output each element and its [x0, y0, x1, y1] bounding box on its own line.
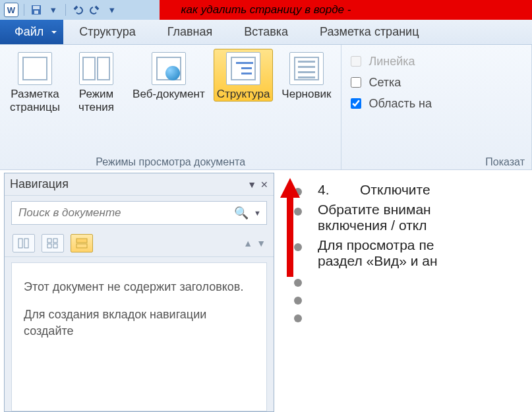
list-item: [294, 273, 532, 287]
tab-structure[interactable]: Структура: [63, 20, 151, 44]
navigation-menu-icon[interactable]: ▼: [247, 179, 256, 190]
group-label: Показат: [348, 155, 525, 168]
tab-file[interactable]: Файл: [0, 20, 63, 44]
label: Сетка: [369, 76, 401, 90]
nav-empty-line-2: Для создания вкладок навигации создайте: [24, 307, 254, 339]
nav-tab-pages[interactable]: [42, 234, 64, 252]
draft-icon: [289, 52, 324, 85]
nav-down-icon[interactable]: ▼: [256, 238, 266, 249]
save-icon[interactable]: [30, 3, 43, 16]
redo-icon[interactable]: [88, 3, 102, 16]
svg-rect-10: [76, 244, 87, 248]
bullet-icon: [294, 279, 302, 287]
bullet-icon: [294, 188, 302, 196]
svg-rect-9: [76, 239, 87, 243]
bullet-icon: [294, 243, 302, 251]
label: Структура: [217, 88, 270, 101]
bullet-icon: [294, 208, 302, 216]
checkbox-ruler-input[interactable]: [351, 56, 361, 67]
svg-rect-8: [53, 244, 57, 248]
web-layout-icon: [152, 52, 186, 85]
navigation-tabs: ▲ ▼: [5, 230, 274, 257]
list-number: 4.: [318, 182, 344, 198]
svg-rect-5: [47, 239, 51, 243]
nav-tab-headings[interactable]: [13, 234, 35, 252]
workspace: Навигация ▼ ✕ 🔍 ▼ ▲ ▼: [0, 170, 532, 412]
separator: [24, 4, 24, 16]
quick-access-toolbar: W ▾ ▾: [0, 0, 119, 20]
page-layout-icon: [18, 52, 52, 85]
search-input[interactable]: [17, 206, 231, 220]
search-dropdown-icon[interactable]: ▼: [251, 209, 261, 217]
navigation-title: Навигация: [10, 177, 69, 191]
list-text: Обратите вниман включения / откл: [318, 202, 431, 233]
checkbox-gridlines[interactable]: Сетка: [348, 73, 401, 92]
label: Линейка: [369, 55, 415, 69]
bullet-icon: [294, 314, 302, 322]
tab-home[interactable]: Главная: [152, 20, 229, 44]
tab-page-layout[interactable]: Разметка страниц: [304, 20, 434, 44]
svg-rect-3: [18, 239, 22, 248]
nav-up-icon[interactable]: ▲: [243, 238, 252, 249]
list-item: Обратите вниман включения / откл: [294, 202, 532, 233]
checkbox-navpane-input[interactable]: [351, 98, 361, 109]
nav-arrows: ▲ ▼: [243, 238, 266, 249]
navigation-search[interactable]: 🔍 ▼: [11, 201, 267, 225]
svg-rect-2: [34, 11, 38, 14]
checkbox-navigation-pane[interactable]: Область на: [348, 94, 432, 113]
reading-mode-icon: [79, 52, 113, 85]
tab-insert[interactable]: Вставка: [228, 20, 304, 44]
nav-tab-results[interactable]: [71, 234, 93, 252]
search-icon[interactable]: 🔍: [231, 206, 251, 220]
label: Черновик: [281, 88, 331, 101]
svg-rect-7: [47, 244, 51, 248]
ribbon: Разметка страницы Режим чтения Веб-докум…: [0, 45, 532, 170]
headings-tab-icon: [18, 238, 30, 249]
view-reading-button[interactable]: Режим чтения: [69, 49, 124, 115]
navigation-pane: Навигация ▼ ✕ 🔍 ▼ ▲ ▼: [4, 173, 274, 412]
view-draft-button[interactable]: Черновик: [278, 49, 334, 102]
pages-tab-icon: [47, 238, 59, 249]
group-label: Режимы просмотра документа: [7, 155, 334, 168]
group-document-views: Разметка страницы Режим чтения Веб-докум…: [0, 45, 341, 169]
list-item: 4. Отключите: [294, 182, 532, 198]
label: Режим чтения: [78, 88, 114, 115]
list-item: [294, 309, 532, 322]
title-bar: W ▾ ▾ как удалить страницу в ворде -: [0, 0, 532, 20]
svg-rect-1: [33, 6, 40, 9]
document-area[interactable]: 4. Отключите Обратите вниман включения /…: [274, 170, 532, 412]
svg-rect-6: [53, 239, 57, 243]
navigation-header: Навигация ▼ ✕: [5, 173, 274, 196]
checkbox-ruler[interactable]: Линейка: [348, 51, 415, 71]
close-icon[interactable]: ✕: [260, 179, 268, 190]
undo-icon[interactable]: [71, 3, 84, 16]
navigation-body: Этот документ не содержит заголовков. Дл…: [11, 262, 267, 411]
list-text: Для просмотра пе раздел «Вид» и ан: [318, 237, 438, 269]
list-item: Для просмотра пе раздел «Вид» и ан: [294, 237, 532, 269]
qat-dropdown-icon[interactable]: ▾: [47, 3, 60, 16]
label: Разметка страницы: [10, 88, 60, 115]
outline-icon: [226, 52, 260, 85]
word-app-icon[interactable]: W: [4, 3, 18, 17]
group-show: Линейка Сетка Область на Показат: [341, 45, 532, 169]
view-outline-button[interactable]: Структура: [214, 49, 274, 102]
qat-customize-icon[interactable]: ▾: [105, 3, 119, 16]
separator: [65, 4, 66, 16]
view-print-layout-button[interactable]: Разметка страницы: [7, 49, 63, 115]
checkbox-gridlines-input[interactable]: [351, 77, 361, 88]
nav-empty-line-1: Этот документ не содержит заголовков.: [24, 279, 254, 295]
list-text: Отключите: [360, 182, 430, 198]
label: Область на: [369, 97, 432, 111]
svg-rect-4: [24, 239, 28, 248]
results-tab-icon: [76, 238, 88, 249]
ribbon-tabs: Файл Структура Главная Вставка Разметка …: [0, 20, 532, 45]
bullet-icon: [294, 297, 302, 305]
view-web-button[interactable]: Веб-документ: [129, 49, 208, 102]
list-item: [294, 291, 532, 305]
label: Веб-документ: [133, 88, 205, 101]
